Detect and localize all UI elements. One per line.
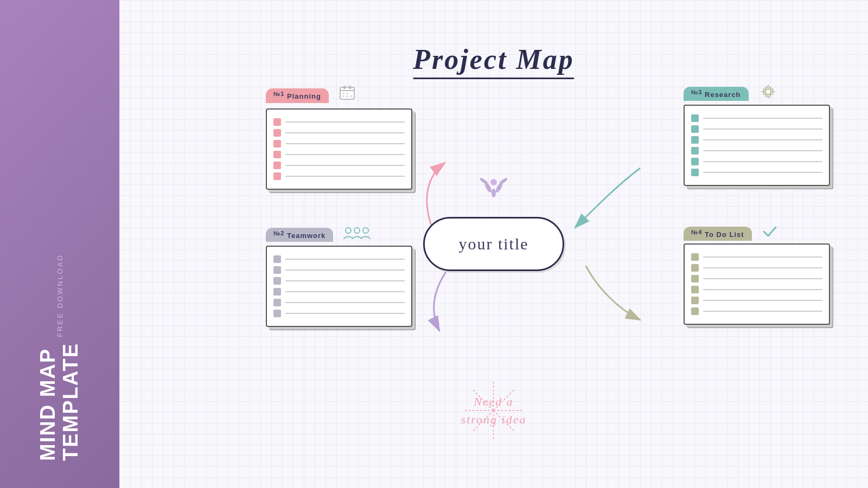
card-todo-body bbox=[684, 243, 830, 325]
center-oval-text: yOuR title bbox=[458, 235, 528, 253]
card-todo-header: №4 To Do List bbox=[684, 225, 830, 240]
project-title-text: Project Map bbox=[413, 43, 574, 75]
svg-point-0 bbox=[492, 189, 496, 197]
svg-rect-23 bbox=[346, 93, 348, 94]
svg-point-5 bbox=[490, 179, 497, 185]
calendar-icon bbox=[339, 84, 356, 105]
people-icon bbox=[343, 225, 371, 242]
svg-rect-22 bbox=[342, 93, 344, 94]
crown-decoration bbox=[477, 166, 510, 205]
main-content: Project Map yOuR title bbox=[119, 0, 868, 488]
card-teamwork-tab: №2 Teamwork bbox=[266, 228, 333, 242]
card-planning-body bbox=[266, 108, 412, 190]
svg-point-3 bbox=[479, 177, 489, 185]
card-teamwork-header: №2 Teamwork bbox=[266, 225, 412, 242]
idea-text: Need a strong idea bbox=[461, 393, 527, 428]
svg-point-29 bbox=[363, 228, 368, 233]
gear-icon bbox=[758, 84, 778, 101]
svg-point-27 bbox=[346, 228, 351, 233]
sidebar: FREE DOWNLOAD MIND MAPTEMPLATE bbox=[0, 0, 119, 488]
center-oval[interactable]: yOuR title bbox=[423, 217, 564, 271]
svg-rect-21 bbox=[349, 86, 351, 89]
card-research-header: №3 Research bbox=[684, 84, 830, 101]
sidebar-free-label: FREE DOWNLOAD bbox=[56, 254, 64, 337]
svg-point-4 bbox=[499, 177, 508, 185]
svg-point-28 bbox=[354, 228, 360, 233]
svg-rect-24 bbox=[342, 95, 344, 97]
title-underline bbox=[413, 78, 574, 79]
sidebar-title: MIND MAPTEMPLATE bbox=[37, 343, 82, 461]
project-title-block: Project Map bbox=[413, 43, 574, 79]
card-todo: №4 To Do List bbox=[684, 225, 830, 325]
card-research-body bbox=[684, 105, 830, 186]
card-teamwork-body bbox=[266, 246, 412, 327]
card-teamwork: №2 Teamwork bbox=[266, 225, 412, 327]
bottom-idea-block: Need a strong idea bbox=[461, 393, 527, 428]
card-planning-header: №1 Planning bbox=[266, 84, 412, 105]
check-icon bbox=[762, 225, 778, 240]
svg-rect-25 bbox=[346, 95, 348, 97]
svg-rect-26 bbox=[350, 95, 352, 97]
card-research-tab: №3 Research bbox=[684, 87, 749, 101]
svg-rect-20 bbox=[343, 86, 346, 89]
card-todo-tab: №4 To Do List bbox=[684, 227, 752, 241]
card-planning-tab: №1 Planning bbox=[266, 88, 329, 102]
card-planning: №1 Planning bbox=[266, 84, 412, 190]
card-research: №3 Research bbox=[684, 84, 830, 186]
